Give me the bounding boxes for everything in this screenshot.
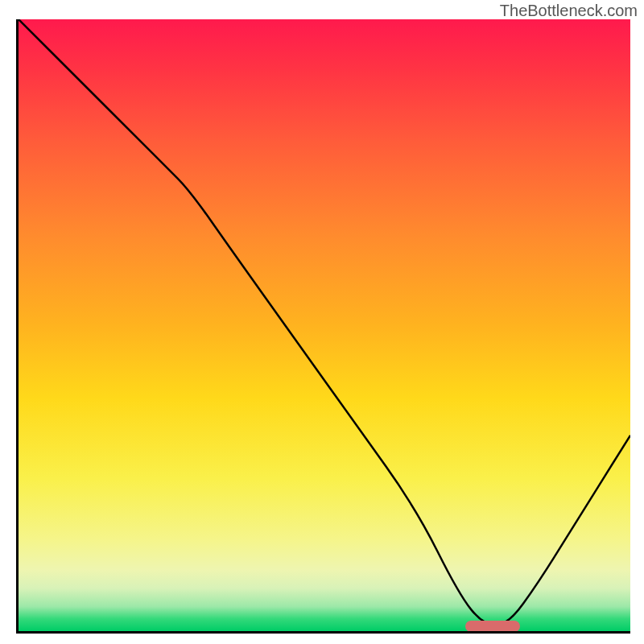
watermark-text: TheBottleneck.com bbox=[500, 2, 638, 20]
bottleneck-curve bbox=[19, 19, 630, 631]
chart-plot-area bbox=[16, 19, 630, 634]
optimal-range-marker bbox=[465, 621, 520, 632]
